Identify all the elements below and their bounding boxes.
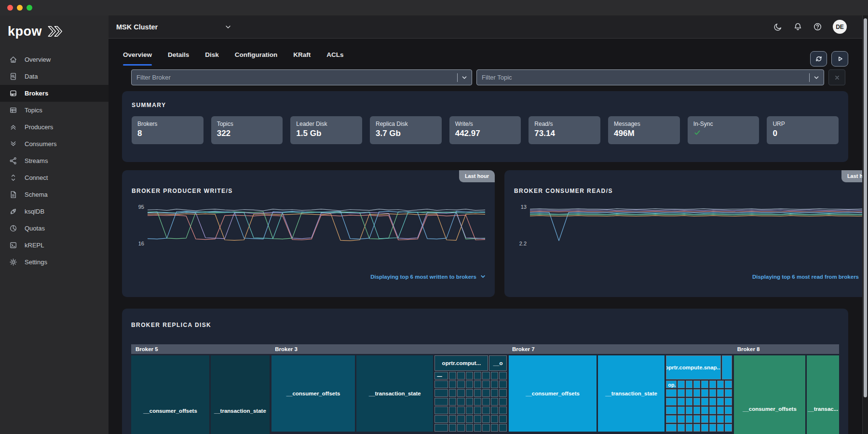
- user-avatar[interactable]: DE: [833, 20, 847, 34]
- treemap-mini-cell[interactable]: [499, 424, 506, 432]
- treemap-mini-cell[interactable]: [466, 372, 473, 380]
- sidebar-item-streams[interactable]: Streams: [0, 152, 108, 169]
- treemap-mini-cell[interactable]: [466, 389, 473, 397]
- treemap-mini-cell[interactable]: [709, 380, 716, 388]
- sidebar-item-krepl[interactable]: kREPL: [0, 237, 108, 254]
- treemap-cell[interactable]: oprtr.comput...: [434, 355, 488, 371]
- treemap-mini-cell[interactable]: [725, 398, 732, 406]
- treemap-mini-cell[interactable]: —: [434, 372, 448, 380]
- treemap-cell--consumer-offsets[interactable]: __consumer_offsets: [734, 355, 806, 434]
- treemap-mini-cell[interactable]: [434, 389, 448, 397]
- treemap-mini-cell[interactable]: [686, 398, 692, 406]
- treemap-mini-cell[interactable]: [693, 407, 700, 414]
- sidebar-item-data[interactable]: Data: [0, 68, 108, 85]
- treemap-mini-cell[interactable]: [474, 407, 481, 414]
- treemap-mini-cell[interactable]: [666, 398, 677, 406]
- play-button[interactable]: [831, 51, 848, 67]
- sidebar-item-settings[interactable]: Settings: [0, 254, 108, 271]
- treemap-mini-cell[interactable]: [482, 380, 489, 388]
- treemap-mini-cell[interactable]: [717, 380, 724, 388]
- treemap-mini-cell[interactable]: [434, 415, 448, 423]
- treemap-mini-cell[interactable]: [499, 398, 506, 406]
- treemap-mini-cell[interactable]: [686, 389, 692, 397]
- treemap-mini-cell[interactable]: [693, 380, 700, 388]
- treemap-mini-cell[interactable]: [725, 424, 732, 432]
- treemap-mini-cell[interactable]: [491, 372, 498, 380]
- tab-details[interactable]: Details: [168, 51, 189, 66]
- treemap-mini-cell[interactable]: [474, 424, 481, 432]
- treemap-mini-cell[interactable]: [717, 424, 724, 432]
- treemap-mini-cell[interactable]: [709, 398, 716, 406]
- treemap-mini-cell[interactable]: [666, 424, 677, 432]
- treemap-mini-cell[interactable]: [482, 407, 489, 414]
- treemap-mini-cell[interactable]: [449, 380, 456, 388]
- treemap-mini-cell[interactable]: [686, 407, 692, 414]
- chart-series-selector[interactable]: Displaying top 6 most read from brokers: [752, 273, 868, 280]
- treemap-mini-cell[interactable]: [717, 415, 724, 423]
- treemap-mini-cell[interactable]: [678, 407, 684, 414]
- help-icon[interactable]: [813, 22, 822, 31]
- treemap-mini-cell[interactable]: [725, 380, 732, 388]
- tab-kraft[interactable]: KRaft: [293, 51, 311, 66]
- treemap-mini-cell[interactable]: [482, 424, 489, 432]
- treemap-cell--consumer-offsets[interactable]: __consumer_offsets: [131, 355, 209, 434]
- treemap-mini-cell[interactable]: [466, 398, 473, 406]
- treemap-mini-cell[interactable]: [474, 389, 481, 397]
- treemap-mini-cell[interactable]: [499, 372, 506, 380]
- treemap-mini-cell[interactable]: [725, 407, 732, 414]
- window-close-button[interactable]: [7, 5, 13, 11]
- treemap-mini-cell[interactable]: [474, 415, 481, 423]
- treemap-mini-cell[interactable]: [466, 407, 473, 414]
- chart-series-selector[interactable]: Displaying top 6 most written to brokers: [370, 273, 486, 280]
- refresh-button[interactable]: [810, 51, 827, 67]
- treemap-mini-cell[interactable]: [434, 424, 448, 432]
- sidebar-item-overview[interactable]: Overview: [0, 51, 108, 68]
- treemap-mini-cell[interactable]: [449, 424, 456, 432]
- notifications-bell-icon[interactable]: [793, 22, 802, 31]
- sidebar-item-connect[interactable]: Connect: [0, 169, 108, 186]
- treemap-mini-cell[interactable]: [678, 398, 684, 406]
- treemap-mini-cell[interactable]: [678, 380, 684, 388]
- treemap-mini-cell[interactable]: [482, 372, 489, 380]
- treemap-mini-cell[interactable]: [701, 424, 708, 432]
- treemap-mini-cell[interactable]: [701, 380, 708, 388]
- treemap-mini-cell[interactable]: [678, 389, 684, 397]
- treemap-mini-cell[interactable]: [709, 424, 716, 432]
- treemap-mini-cell[interactable]: [466, 424, 473, 432]
- treemap-mini-cell[interactable]: [491, 380, 498, 388]
- treemap-mini-cell[interactable]: [491, 389, 498, 397]
- sidebar-item-ksqldb[interactable]: ksqlDB: [0, 203, 108, 220]
- sidebar-item-producers[interactable]: Producers: [0, 119, 108, 136]
- treemap-cell[interactable]: [722, 355, 732, 380]
- treemap-mini-cell[interactable]: [666, 415, 677, 423]
- tab-overview[interactable]: Overview: [123, 51, 152, 66]
- treemap-mini-cell[interactable]: [434, 398, 448, 406]
- treemap-mini-cell[interactable]: [725, 389, 732, 397]
- treemap-cell--transaction-state[interactable]: __transaction_state: [356, 355, 433, 432]
- theme-toggle-moon-icon[interactable]: [773, 22, 783, 31]
- treemap-mini-cell[interactable]: [499, 380, 506, 388]
- treemap-mini-cell[interactable]: [482, 415, 489, 423]
- treemap-mini-cell[interactable]: [701, 398, 708, 406]
- window-minimize-button[interactable]: [17, 5, 23, 11]
- treemap-mini-cell[interactable]: op...: [666, 380, 677, 388]
- treemap-mini-cell[interactable]: [457, 415, 464, 423]
- treemap-cell[interactable]: oprtr.compute.snap...: [666, 355, 721, 380]
- treemap-mini-cell[interactable]: [491, 398, 498, 406]
- treemap-mini-cell[interactable]: [686, 424, 692, 432]
- treemap-cell--consumer-offsets[interactable]: __consumer_offsets: [271, 355, 355, 432]
- treemap-mini-cell[interactable]: [678, 415, 684, 423]
- treemap-mini-cell[interactable]: [474, 372, 481, 380]
- treemap-mini-cell[interactable]: [449, 398, 456, 406]
- treemap-mini-cell[interactable]: [491, 415, 498, 423]
- treemap-mini-cell[interactable]: [693, 398, 700, 406]
- sidebar-item-topics[interactable]: Topics: [0, 102, 108, 119]
- treemap-mini-cell[interactable]: [686, 415, 692, 423]
- treemap-mini-cell[interactable]: [482, 389, 489, 397]
- tab-disk[interactable]: Disk: [205, 51, 219, 66]
- treemap-mini-cell[interactable]: [449, 415, 456, 423]
- treemap-mini-cell[interactable]: [482, 398, 489, 406]
- treemap-mini-cell[interactable]: [709, 407, 716, 414]
- treemap-mini-cell[interactable]: [666, 407, 677, 414]
- treemap-mini-cell[interactable]: [499, 389, 506, 397]
